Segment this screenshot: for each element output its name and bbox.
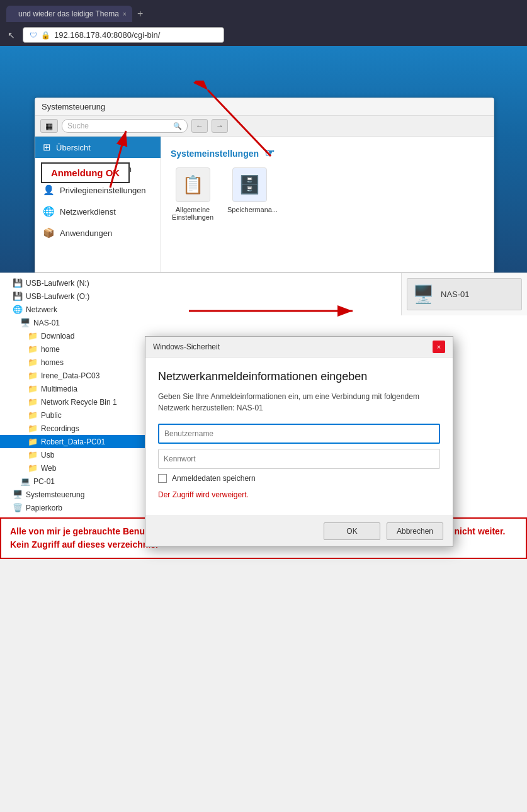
sidebar-item-anwendungen[interactable]: 📦 Anwendungen [35, 222, 161, 244]
tree-download[interactable]: 📁 Download [0, 329, 157, 342]
tab-close-button[interactable]: × [123, 11, 127, 18]
web-label: Web [41, 464, 56, 473]
back-button[interactable]: ← [191, 119, 208, 133]
pc01-icon: 💻 [20, 476, 30, 486]
public-folder-icon: 📁 [28, 410, 38, 420]
homes-folder-icon: 📁 [28, 358, 38, 367]
multimedia-label: Multimedia [41, 385, 77, 393]
tab-bar: und wieder das leidige Thema × + [0, 0, 527, 24]
tab-title: und wieder das leidige Thema [18, 9, 119, 18]
download-label: Download [41, 332, 74, 341]
tree-homes[interactable]: 📁 homes [0, 356, 157, 369]
sidebar-item-ubersicht[interactable]: ⊞ Übersicht [35, 137, 161, 158]
panel-sidebar: ⊞ Übersicht ⚙ Systemeinstellungen 👤 Priv… [35, 137, 161, 272]
speicher-icon[interactable]: 🗄️ Speichermana... [227, 167, 271, 221]
sidebar-ubersicht-label: Übersicht [56, 143, 91, 152]
robert-label: Robert_Data-PC01 [41, 437, 105, 446]
password-input[interactable] [158, 449, 440, 469]
new-tab-button[interactable]: + [137, 8, 143, 20]
panel-toolbar: ▦ Suche 🔍 ← → [35, 116, 494, 137]
netzwerk-label: Netzwerk [26, 305, 57, 314]
nas01-right-item[interactable]: 🖥️ NAS-01 [407, 278, 522, 310]
tree-multimedia[interactable]: 📁 Multimedia [0, 382, 157, 395]
allgemeine-einstellungen-icon[interactable]: 📋 Allgemeine Einstellungen [171, 167, 215, 221]
windows-security-dialog: Windows-Sicherheit × Netzwerkanmeldeinfo… [145, 336, 453, 547]
address-text: 192.168.178.40:8080/cgi-bin/ [54, 30, 160, 40]
user-icon: 👤 [43, 184, 55, 196]
dialog-close-button[interactable]: × [433, 341, 445, 353]
content-icons: 📋 Allgemeine Einstellungen 🗄️ Speicherma… [171, 167, 484, 221]
address-input[interactable]: 🛡 🔒 192.168.178.40:8080/cgi-bin/ [23, 27, 224, 43]
tree-usb-folder[interactable]: 📁 Usb [0, 448, 157, 461]
nas-computer-icon: 🖥️ [412, 284, 434, 305]
tree-usb-o[interactable]: 💾 USB-Laufwerk (O:) [0, 290, 157, 303]
panel-titlebar: Systemsteuerung [35, 98, 494, 116]
tree-network-recycle[interactable]: 📁 Network Recycle Bin 1 [0, 395, 157, 409]
tree-pc01[interactable]: 💻 PC-01 [0, 475, 157, 488]
sidebar-anw-label: Anwendungen [60, 228, 112, 238]
content-section-title[interactable]: Systemeinstellungen ☞ [171, 146, 484, 160]
recycle-label: Network Recycle Bin 1 [41, 398, 117, 407]
tree-public[interactable]: 📁 Public [0, 409, 157, 422]
panel-search-box[interactable]: Suche 🔍 [62, 119, 188, 133]
explorer-right-pane: 🖥️ NAS-01 [401, 273, 527, 315]
nas-desktop: Anmeldung OK ⚙ Systemsteuerung ▶ ⬇ Video… [0, 46, 527, 273]
app-icon: 📦 [43, 227, 55, 239]
lock-icon: 🔒 [41, 31, 50, 40]
content-title-text: Systemeinstellungen [171, 149, 259, 159]
panel-grid-btn[interactable]: ▦ [40, 119, 58, 133]
cancel-button[interactable]: Abbrechen [387, 522, 443, 540]
recycle-folder-icon: 📁 [28, 397, 38, 407]
recordings-label: Recordings [41, 424, 79, 433]
ok-button[interactable]: OK [324, 522, 380, 540]
panel-title: Systemsteuerung [42, 102, 105, 111]
dialog-description: Geben Sie Ihre Anmeldeinformationen ein,… [158, 391, 440, 414]
windows-logo-icon [14, 9, 14, 19]
usb-folder-icon: 📁 [28, 450, 38, 460]
remember-credentials-row: Anmeldedaten speichern [158, 474, 440, 483]
panel-body: ⊞ Übersicht ⚙ Systemeinstellungen 👤 Priv… [35, 137, 494, 272]
tree-home[interactable]: 📁 home [0, 342, 157, 356]
checklist-icon: 📋 [182, 174, 204, 195]
sidebar-item-netzwerkdienst[interactable]: 🌐 Netzwerkdienst [35, 201, 161, 222]
systeuerung-panel: Systemsteuerung ▦ Suche 🔍 ← → ⊞ Übersich… [35, 98, 494, 273]
search-placeholder: Suche [67, 121, 89, 130]
web-folder-icon: 📁 [28, 463, 38, 473]
tree-papierkorb[interactable]: 🗑️ Papierkorb [0, 501, 157, 514]
sidebar-priv-label: Privilegieneinstellungen [60, 186, 146, 195]
home-label: home [41, 345, 60, 354]
database-icon: 🗄️ [239, 174, 261, 195]
browser-tab[interactable]: und wieder das leidige Thema × [6, 6, 132, 22]
address-bar: ↖ 🛡 🔒 192.168.178.40:8080/cgi-bin/ [0, 24, 527, 46]
dialog-body: Netzwerkanmeldeinformationen eingeben Ge… [145, 358, 453, 516]
allgemeine-icon-box: 📋 [176, 167, 210, 202]
pc01-label: PC-01 [33, 477, 55, 486]
irene-folder-icon: 📁 [28, 371, 38, 380]
explorer-area: 💾 USB-Laufwerk (N:) 💾 USB-Laufwerk (O:) … [0, 273, 527, 517]
hand-cursor-icon: ☞ [264, 147, 275, 159]
remember-checkbox[interactable] [158, 474, 167, 483]
tree-recordings[interactable]: 📁 Recordings [0, 422, 157, 435]
grid-icon: ⊞ [43, 142, 51, 153]
panel-content: Systemeinstellungen ☞ 📋 Allgemeine Einst… [161, 137, 494, 272]
irene-label: Irene_Data-PC03 [41, 371, 99, 380]
home-folder-icon: 📁 [28, 344, 38, 354]
usb-folder-label: Usb [41, 451, 54, 460]
tree-irene[interactable]: 📁 Irene_Data-PC03 [0, 369, 157, 382]
tree-netzwerk[interactable]: 🌐 Netzwerk [0, 303, 157, 316]
forward-button[interactable]: → [212, 119, 228, 133]
username-input[interactable] [158, 424, 440, 444]
homes-label: homes [41, 358, 64, 367]
error-message: Der Zugriff wird verweigert. [158, 490, 440, 499]
tree-usb-n[interactable]: 💾 USB-Laufwerk (N:) [0, 276, 157, 290]
anmeldung-badge: Anmeldung OK [41, 162, 130, 183]
tree-systemsteuerung[interactable]: 🖥️ Systemsteuerung [0, 488, 157, 501]
tree-nas01[interactable]: 🖥️ NAS-01 [0, 316, 157, 329]
tree-web[interactable]: 📁 Web [0, 461, 157, 475]
search-icon: 🔍 [173, 122, 182, 130]
tree-robert[interactable]: 📁 Robert_Data-PC01 [0, 435, 157, 448]
netzwerk-icon: 🌐 [13, 305, 23, 314]
dialog-buttons: OK Abbrechen [145, 516, 453, 546]
firefox-browser: und wieder das leidige Thema × + ↖ 🛡 🔒 1… [0, 0, 527, 46]
cursor-icon: ↖ [8, 30, 15, 40]
